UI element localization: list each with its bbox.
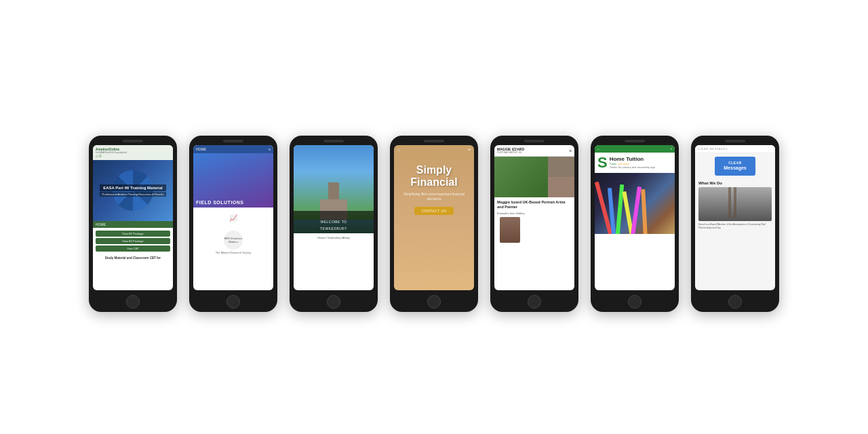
simply-main-title: Simply Financial: [399, 164, 469, 188]
phone-tewkesbury: WELCOME TO TEWKESBURY Historic Tewkesbur…: [290, 136, 378, 312]
maggie-subtitle: PORTRAIT ARTIST UK: [497, 151, 524, 154]
aviation-nav: HOME: [93, 221, 173, 228]
maggie-artist-info: MAGGIE IZZARD PORTRAIT ARTIST UK: [497, 147, 524, 154]
tuition-s-logo: S: [597, 155, 608, 170]
phone-clear: CLEAR Messages CLEAR Messages What We Do…: [691, 136, 779, 312]
aviation-main-text: EASA Part 66 Training Material: [100, 184, 167, 191]
aviation-btn1[interactable]: View B1 Package: [96, 231, 170, 237]
field-tagline: The Market Research Society: [196, 251, 271, 254]
gallery-img-sm1: [548, 157, 574, 177]
simply-content: Simply Financial Simplifying life's most…: [394, 154, 474, 220]
aviation-btn2[interactable]: View B2 Package: [96, 238, 170, 244]
clear-section-title: What We Do: [695, 179, 775, 187]
field-nav-icons: ≡: [269, 147, 271, 151]
aviation-hero-text: EASA Part 66 Training Material Professio…: [100, 184, 167, 197]
aviation-sub-text: Professional Aviation Training Resources…: [100, 192, 167, 197]
aviation-hero: EASA Part 66 Training Material Professio…: [93, 160, 173, 221]
simply-menu-icon: ≡: [468, 147, 471, 152]
screen-field: HOME ≡ FIELD SOLUTIONS 📈 MRS Evidence Ma…: [193, 145, 273, 290]
tuition-nav-menu: ≡: [671, 147, 672, 151]
maggie-top-bar: MAGGIE IZZARD PORTRAIT ARTIST UK ≡: [494, 145, 574, 157]
field-hero: FIELD SOLUTIONS: [193, 153, 273, 208]
rail-track-right: [734, 187, 736, 218]
screen-maggie: MAGGIE IZZARD PORTRAIT ARTIST UK ≡ Maggi…: [494, 145, 574, 290]
clear-logo-text: CLEAR Messages: [724, 161, 746, 170]
simply-top-bar: ⌂ ≡: [394, 145, 474, 154]
simply-home-icon: ⌂: [397, 147, 400, 152]
simply-cta-button[interactable]: CONTACT US: [414, 207, 453, 215]
maggie-gallery: [494, 157, 574, 197]
clear-logo-messages: Messages: [724, 165, 746, 171]
field-logo-area: MRS Evidence Matters The Market Research…: [193, 228, 273, 257]
screen-clear: CLEAR Messages CLEAR Messages What We Do…: [695, 145, 775, 290]
aviation-buttons: View B1 Package View B2 Package View CBT: [93, 228, 173, 254]
clear-top-bar: CLEAR Messages: [695, 145, 775, 153]
tuition-title: Home Tuition: [610, 156, 655, 162]
screen-tuition: ⌂ ≡ S Home Tuition Tuition and caring Tu…: [595, 145, 675, 290]
phone-tuition: ⌂ ≡ S Home Tuition Tuition and caring Tu…: [591, 136, 679, 312]
gallery-side-imgs: [548, 157, 574, 197]
aviation-top-bar: AviationOnline For EASA Part 66 & Ground…: [93, 145, 173, 160]
phone-maggie: MAGGIE IZZARD PORTRAIT ARTIST UK ≡ Maggi…: [490, 136, 578, 312]
tuition-pencils-img: [595, 173, 675, 234]
clear-logo-box: CLEAR Messages: [715, 157, 755, 176]
gallery-main-img: [494, 157, 548, 197]
aviation-tagline: For EASA Part 66 & Groundschool: [96, 151, 170, 154]
maggie-menu-icon: ≡: [569, 149, 572, 153]
field-nav-label: HOME: [196, 147, 206, 151]
tewkesbury-hero-img: WELCOME TO TEWKESBURY: [294, 145, 374, 233]
field-logo-text: MRS Evidence Matters: [224, 237, 243, 243]
tuition-logo-area: S Home Tuition Tuition and caring Tuitio…: [595, 153, 675, 173]
aviation-nav-label: HOME: [96, 222, 106, 226]
tewkesbury-caption: Historic Tewkesbury Abbey: [294, 233, 374, 242]
screen-simply: ⌂ ≡ Simply Financial Simplifying life's …: [394, 145, 474, 290]
clear-rail-img: [698, 187, 772, 221]
field-hero-title: FIELD SOLUTIONS: [196, 200, 244, 205]
field-chart-icon: 📈: [226, 212, 241, 224]
simply-subtitle: Simplifying life's most important financ…: [399, 192, 469, 201]
maggie-portrait-preview: [500, 217, 520, 243]
tewkesbury-welcome: WELCOME TO TEWKESBURY: [294, 211, 374, 233]
clear-body-text: Daniel is a Board Member of the Associat…: [695, 221, 775, 232]
phones-container: AviationOnline For EASA Part 66 & Ground…: [89, 136, 779, 312]
field-top-nav: HOME ≡: [193, 145, 273, 153]
maggie-gallery-label: Examples from Gallery: [497, 212, 572, 215]
aviation-btn3[interactable]: View CBT: [96, 245, 170, 252]
rail-track-left: [728, 187, 731, 218]
phone-aviation: AviationOnline For EASA Part 66 & Ground…: [89, 136, 177, 312]
field-logo: MRS Evidence Matters: [224, 231, 243, 250]
tuition-top-bar: ⌂ ≡: [595, 145, 675, 153]
aviation-footer: Study Material and Classroom CBT for: [93, 254, 173, 262]
gallery-img-sm2: [548, 177, 574, 197]
phone-field: HOME ≡ FIELD SOLUTIONS 📈 MRS Evidence Ma…: [189, 136, 277, 312]
tuition-nav-home: ⌂: [597, 147, 599, 151]
phone-simply: ⌂ ≡ Simply Financial Simplifying life's …: [390, 136, 478, 312]
screen-tewkesbury: WELCOME TO TEWKESBURY Historic Tewkesbur…: [294, 145, 374, 290]
pencil-orange: [641, 189, 648, 234]
welcome-sub: TEWKESBURY: [296, 226, 371, 231]
maggie-bio: Maggie Izzard UK-Based Portrait Artist a…: [494, 197, 574, 248]
aviation-home-icon: ⌂ ≡: [96, 154, 102, 158]
screen-aviation: AviationOnline For EASA Part 66 & Ground…: [93, 145, 173, 290]
welcome-title: WELCOME TO: [321, 220, 347, 224]
clear-brand-top: CLEAR Messages: [698, 147, 728, 151]
pencil-purple: [631, 186, 642, 234]
tuition-text-area: Home Tuition Tuition and caring Tuition …: [610, 156, 655, 169]
tuition-sub: Tuition for primary and secondary age: [610, 165, 655, 169]
maggie-bio-title: Maggie Izzard UK-Based Portrait Artist a…: [497, 200, 572, 210]
